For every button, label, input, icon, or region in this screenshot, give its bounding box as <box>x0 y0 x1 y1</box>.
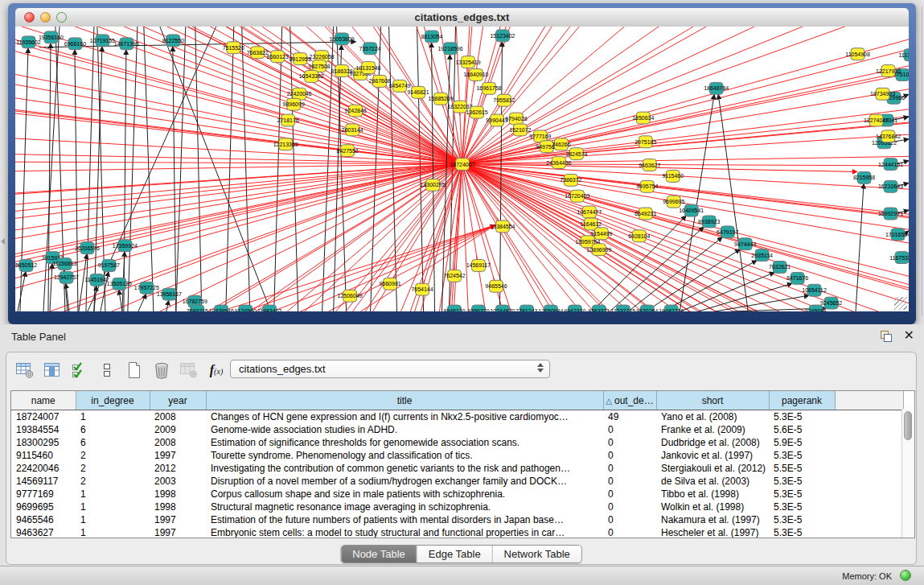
table-row[interactable]: 946554611997Estimation of the future num… <box>11 513 903 526</box>
graph-node[interactable]: 18648784 <box>704 82 729 94</box>
column-header-name[interactable]: name <box>11 391 76 410</box>
table-scrollbar[interactable] <box>901 409 914 538</box>
table-row[interactable]: 1830029562008Estimation of significance … <box>11 436 903 449</box>
graph-node[interactable]: 12213369 <box>273 138 298 150</box>
tab-node-table[interactable]: Node Table <box>341 546 417 562</box>
graph-node[interactable]: 11675333 <box>889 252 909 264</box>
graph-node[interactable]: 9474444 <box>734 238 756 250</box>
graph-node[interactable]: 13958167 <box>157 288 182 300</box>
network-canvas[interactable]: 1193560219356160696616010719155146713958… <box>15 27 909 311</box>
graph-node[interactable]: 10674477 <box>577 206 602 218</box>
table-row[interactable]: 1872400712008Changes of HCN gene express… <box>11 410 903 424</box>
graph-node[interactable]: 2718176 <box>277 114 299 126</box>
graph-node[interactable]: 9942310 <box>564 305 585 311</box>
float-panel-icon[interactable] <box>881 331 892 342</box>
collapse-panel-arrow[interactable] <box>1 238 5 245</box>
graph-node[interactable]: 7357224 <box>359 43 381 55</box>
select-columns-button[interactable] <box>68 359 92 381</box>
delete-column-button[interactable] <box>177 359 201 381</box>
graph-node[interactable]: 16210643 <box>878 180 903 192</box>
graph-node[interactable]: 12942757 <box>54 271 79 283</box>
graph-node[interactable]: 9495754 <box>636 180 658 192</box>
column-header-out_degree[interactable]: △out_de… <box>603 391 656 410</box>
table-row[interactable]: 946362711997Embryonic stem cells: a mode… <box>11 526 903 538</box>
graph-node[interactable]: 8938923 <box>698 216 720 228</box>
create-table-button[interactable] <box>122 359 146 381</box>
graph-node[interactable]: 9245652 <box>820 297 842 309</box>
table-row[interactable]: 1456911722003Disruption of a novel membe… <box>11 475 903 488</box>
graph-node[interactable]: 7781243 <box>515 305 537 311</box>
graph-node[interactable]: 10339546 <box>209 305 234 311</box>
graph-node[interactable]: 7654144 <box>411 283 433 295</box>
show-column-button[interactable] <box>40 359 64 381</box>
graph-node[interactable]: 11237745 <box>611 305 636 311</box>
graph-node[interactable]: 16961758 <box>476 82 501 94</box>
graph-node[interactable]: 6966160 <box>64 38 86 50</box>
tab-edge-table[interactable]: Edge Table <box>417 546 493 562</box>
table-mode-button[interactable] <box>13 359 37 381</box>
column-header-filler[interactable] <box>835 391 903 410</box>
row-height-button[interactable] <box>95 359 119 381</box>
graph-node[interactable]: 7632621 <box>769 262 791 274</box>
graph-node[interactable]: 8563321 <box>588 305 610 311</box>
graph-node[interactable]: 9560981 <box>379 278 400 290</box>
graph-node[interactable]: 17359924 <box>113 240 138 252</box>
column-header-in_degree[interactable]: in_degree <box>76 391 150 410</box>
scrollbar-thumb[interactable] <box>904 411 912 440</box>
graph-node[interactable]: 9699695 <box>663 196 684 208</box>
graph-node[interactable]: 9245081 <box>805 305 827 311</box>
table-selector-dropdown[interactable]: citations_edges.txt <box>230 360 550 378</box>
table-row[interactable]: 977716911998Corpus callosum shape and si… <box>11 488 903 501</box>
function-builder-button[interactable]: f(x) <box>204 359 228 381</box>
graph-node[interactable]: 16720403 <box>565 190 589 202</box>
graph-node[interactable]: 6794028 <box>505 113 527 125</box>
graph-node[interactable]: 746266 <box>552 138 570 150</box>
graph-node-label: 18322037 <box>447 104 472 109</box>
column-header-pagerank[interactable]: pagerank <box>769 391 835 410</box>
graph-node[interactable]: 24364436 <box>546 157 571 169</box>
graph-node[interactable]: 8813054 <box>421 31 442 43</box>
graph-node[interactable]: 10482216 <box>659 305 684 311</box>
graph-node[interactable]: 9115460 <box>662 170 684 182</box>
graph-node[interactable]: 11451947 <box>84 274 109 286</box>
column-header-short[interactable]: short <box>656 391 769 410</box>
graph-node[interactable]: 9870264 <box>636 305 658 311</box>
graph-node[interactable]: 12444151 <box>878 159 903 171</box>
table-row[interactable]: 911546021997Tourette syndrome. Phenomeno… <box>11 449 903 462</box>
graph-node[interactable]: 3824574 <box>565 148 587 160</box>
graph-node[interactable]: 7624542 <box>443 270 465 282</box>
graph-node[interactable]: 9356770 <box>467 305 489 311</box>
delete-table-button[interactable] <box>150 359 174 381</box>
graph-node[interactable]: 8427552 <box>337 145 359 157</box>
graph-node[interactable]: 14569117 <box>466 260 491 272</box>
memory-status-indicator[interactable] <box>900 570 911 581</box>
graph-node[interactable]: 6479197 <box>717 226 738 238</box>
close-panel-icon[interactable]: ✕ <box>904 328 914 343</box>
graph-node[interactable]: 15992971 <box>878 208 903 220</box>
resize-grip[interactable] <box>894 297 907 310</box>
graph-node[interactable]: 12650984 <box>538 305 563 311</box>
graph-node[interactable]: 2867608 <box>369 75 391 87</box>
table-row[interactable]: 2242004622012Investigating the contribut… <box>11 462 903 475</box>
graph-node[interactable]: 8215958 <box>853 171 875 183</box>
graph-node[interactable]: 11054908 <box>845 48 870 60</box>
window-titlebar[interactable]: citations_edges.txt <box>15 8 909 27</box>
column-header-title[interactable]: title <box>206 391 603 410</box>
tab-network-table[interactable]: Network Table <box>493 546 581 562</box>
graph-node[interactable]: 7955812 <box>493 94 515 106</box>
graph-node[interactable]: 8846120 <box>443 305 465 311</box>
graph-node[interactable]: 17016504 <box>885 229 909 241</box>
graph-node[interactable]: 15123402 <box>490 30 515 42</box>
graph-node[interactable]: 8471676 <box>786 272 808 284</box>
graph-node[interactable]: 10244870 <box>490 305 515 311</box>
table-row[interactable]: 1938455462009Genome-wide association stu… <box>11 423 903 436</box>
graph-node[interactable]: 9197587 <box>98 260 120 272</box>
column-header-year[interactable]: year <box>150 391 206 410</box>
table-row[interactable]: 969969511998Structural magnetic resonanc… <box>11 501 903 513</box>
graph-node[interactable]: 19384554 <box>490 220 515 233</box>
graph-node[interactable]: 6928104 <box>628 230 650 242</box>
cell-out_degree: 0 <box>603 526 656 538</box>
graph-node[interactable]: 19218596 <box>437 43 462 55</box>
graph-node[interactable]: 11935602 <box>16 36 41 48</box>
graph-node[interactable]: 12506049 <box>338 290 363 302</box>
